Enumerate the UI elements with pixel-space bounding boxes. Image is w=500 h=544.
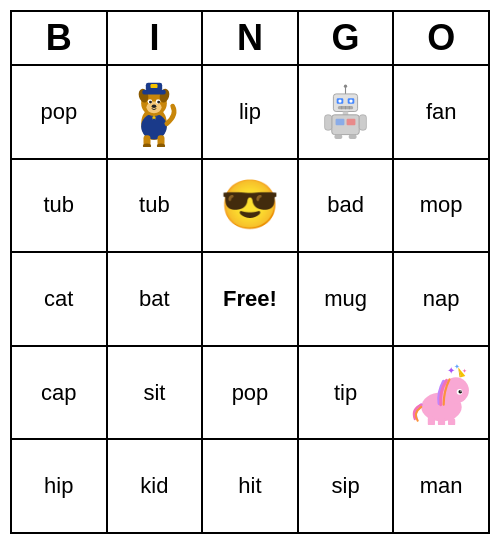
row-5: hip kid hit sip man [12,440,488,532]
cell-3-2: bat [108,253,204,345]
svg-rect-48 [427,416,434,425]
row-3: cat bat Free! mug nap [12,253,488,347]
cell-2-5: mop [394,160,488,252]
cell-3-4: mug [299,253,395,345]
header-b: B [12,12,108,64]
cell-1-2 [108,66,204,158]
sunglasses-emoji: 😎 [220,181,280,229]
header-o: O [394,12,488,64]
robot-icon [318,84,373,139]
cell-4-5: ✦ ✦ ✦ [394,347,488,439]
bingo-card: B I N G O pop [10,10,490,534]
cell-3-5: nap [394,253,488,345]
svg-point-25 [349,100,352,103]
svg-point-20 [344,85,347,88]
svg-rect-32 [336,119,345,126]
cell-2-4: bad [299,160,395,252]
svg-rect-13 [151,84,158,88]
cell-4-2: sit [108,347,204,439]
svg-point-46 [458,390,462,394]
cell-4-3: pop [203,347,299,439]
svg-rect-30 [343,112,349,115]
svg-rect-50 [448,418,455,425]
cell-1-3: lip [203,66,299,158]
svg-point-9 [158,100,161,103]
svg-point-8 [149,100,152,103]
svg-point-24 [338,100,341,103]
cell-5-4: sip [299,440,395,532]
dog-icon [119,77,189,147]
cell-4-4: tip [299,347,395,439]
svg-rect-35 [359,115,366,130]
svg-text:✦: ✦ [453,362,459,371]
header-i: I [108,12,204,64]
bingo-grid: pop [12,66,488,532]
cell-3-1: cat [12,253,108,345]
svg-rect-36 [335,135,343,139]
svg-point-10 [152,104,157,108]
cell-1-1: pop [12,66,108,158]
cell-5-5: man [394,440,488,532]
cell-4-1: cap [12,347,108,439]
unicorn-icon: ✦ ✦ ✦ [409,360,474,425]
cell-5-1: hip [12,440,108,532]
cell-5-3: hit [203,440,299,532]
bingo-header: B I N G O [12,12,488,66]
cell-2-2: tub [108,160,204,252]
cell-3-3-free: Free! [203,253,299,345]
svg-rect-33 [347,119,356,126]
row-1: pop [12,66,488,160]
svg-point-47 [460,390,461,391]
cell-2-1: tub [12,160,108,252]
cell-1-5: fan [394,66,488,158]
row-4: cap sit pop tip [12,347,488,441]
svg-rect-34 [325,115,332,130]
svg-rect-37 [349,135,357,139]
cell-2-3: 😎 [203,160,299,252]
svg-text:✦: ✦ [462,368,467,374]
header-g: G [299,12,395,64]
header-n: N [203,12,299,64]
cell-5-2: kid [108,440,204,532]
svg-rect-49 [438,418,445,425]
row-2: tub tub 😎 bad mop [12,160,488,254]
cell-1-4 [299,66,395,158]
